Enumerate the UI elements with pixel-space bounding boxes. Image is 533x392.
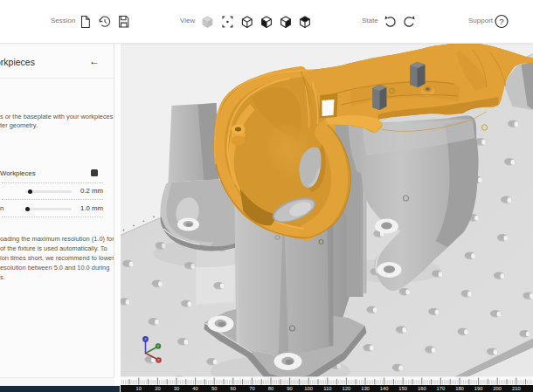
svg-text:X: X bbox=[157, 358, 160, 362]
svg-text:170: 170 bbox=[436, 386, 445, 391]
svg-text:90: 90 bbox=[287, 386, 292, 391]
svg-text:Y: Y bbox=[156, 344, 159, 348]
svg-text:100: 100 bbox=[304, 386, 313, 391]
svg-text:30: 30 bbox=[173, 386, 178, 391]
svg-text:120: 120 bbox=[342, 386, 350, 391]
svg-text:80: 80 bbox=[267, 386, 273, 391]
svg-text:?: ? bbox=[499, 17, 503, 26]
svg-text:40: 40 bbox=[192, 386, 197, 391]
svg-text:110: 110 bbox=[323, 386, 331, 391]
svg-text:180: 180 bbox=[455, 386, 464, 391]
svg-text:210: 210 bbox=[511, 386, 520, 391]
svg-text:200: 200 bbox=[493, 386, 502, 391]
svg-text:150: 150 bbox=[398, 386, 407, 391]
svg-text:60: 60 bbox=[230, 386, 235, 391]
svg-text:190: 190 bbox=[474, 386, 482, 391]
svg-text:160: 160 bbox=[417, 386, 426, 391]
svg-text:10: 10 bbox=[135, 386, 141, 391]
svg-text:Z: Z bbox=[144, 337, 147, 341]
svg-text:140: 140 bbox=[379, 386, 388, 391]
svg-text:130: 130 bbox=[361, 386, 370, 391]
svg-text:70: 70 bbox=[249, 386, 254, 391]
svg-text:20: 20 bbox=[155, 386, 160, 391]
svg-text:50: 50 bbox=[211, 386, 216, 391]
